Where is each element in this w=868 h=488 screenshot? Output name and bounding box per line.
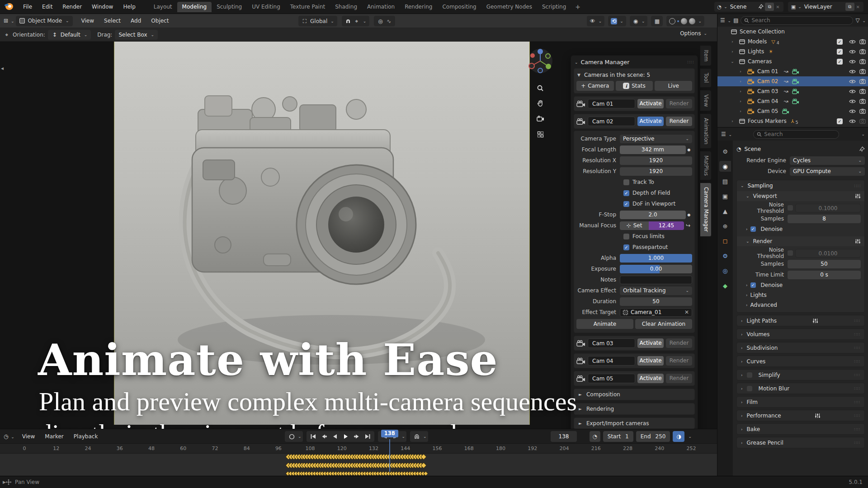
menu-item[interactable]: Render (57, 1, 87, 12)
hide-eye-icon[interactable] (849, 99, 856, 104)
render-denoise-checkbox[interactable]: ✓ (750, 282, 756, 288)
expand-icon[interactable]: › (746, 227, 748, 231)
render-samples-field[interactable]: 50 (788, 260, 861, 268)
display-mode-icon[interactable]: ▤ (733, 17, 738, 23)
collapsed-section[interactable]: › Light Paths ∷∷ (736, 315, 865, 326)
chevron-down-icon[interactable]: ⌄ (402, 434, 406, 439)
disable-render-icon[interactable] (859, 108, 866, 114)
clear-target-icon[interactable]: ✕ (684, 309, 689, 315)
viewlayer-selector[interactable]: ▣⌄ ViewLayer ⧉ ✕ (788, 2, 863, 12)
render-button[interactable]: Render (666, 117, 692, 126)
section-checkbox[interactable] (747, 372, 752, 378)
exposure-slider[interactable]: 0.00 (620, 265, 692, 273)
live-button[interactable]: Live (655, 81, 692, 91)
collapsed-section[interactable]: › Grease Pencil ∷∷ (736, 437, 865, 448)
outliner-row[interactable]: › Cam 03 ↝ (717, 86, 868, 96)
collapsed-section[interactable]: › Subdivision ∷∷ (736, 342, 865, 353)
camera-effect-dropdown[interactable]: Orbital Tracking⌄ (620, 286, 692, 295)
track-to-checkbox[interactable] (623, 179, 629, 185)
effect-target-field[interactable]: Camera_01 ✕ (620, 308, 692, 317)
camera-name-field[interactable]: Cam 03 (588, 338, 635, 348)
pin-icon[interactable] (758, 4, 764, 9)
outliner-row[interactable]: › Cam 02 ↝ (717, 76, 868, 86)
stats-button[interactable]: iStats (616, 81, 653, 91)
workspace-tab[interactable]: Animation (362, 2, 400, 12)
workspace-tab[interactable]: Shading (330, 2, 362, 12)
proportional-edit-icon[interactable]: ◎ (377, 18, 383, 24)
activate-button[interactable]: Activate (637, 338, 664, 348)
navigation-gizmo[interactable] (527, 48, 553, 74)
workspace-tab[interactable]: Sculpting (212, 2, 247, 12)
outliner-item-label[interactable]: Cam 04 (757, 98, 778, 104)
activate-button[interactable]: Activate (637, 356, 664, 366)
viewport-subpanel-header[interactable]: ⌄Viewport (737, 191, 864, 201)
tool-icon[interactable]: ⚙ (719, 146, 731, 157)
lights-subsection[interactable]: Lights (750, 292, 767, 298)
toolbar-toggle-icon[interactable]: ◂ (1, 65, 4, 71)
play-button[interactable] (340, 432, 351, 441)
menu-item[interactable]: Select (99, 15, 126, 26)
depth-of-field-checkbox[interactable]: ✓ (623, 190, 629, 196)
outliner-row[interactable]: › Cam 01 ↝ (717, 66, 868, 76)
focus-distance-field[interactable]: 12.45 (649, 221, 684, 230)
add-workspace-button[interactable]: + (571, 3, 585, 10)
output-icon[interactable]: ▤ (719, 176, 731, 187)
pan-hand-icon[interactable] (533, 97, 547, 110)
viewport-canvas[interactable]: ◂ (0, 42, 717, 429)
chevron-down-icon[interactable]: ⌄ (688, 434, 692, 439)
pin-icon[interactable] (859, 146, 865, 152)
playhead-line[interactable] (389, 439, 390, 472)
scene-icon[interactable]: ▲ (719, 206, 731, 216)
sampling-header[interactable]: ⌄Sampling ∷∷ (737, 180, 864, 191)
sidebar-tab[interactable]: MatPlus (700, 151, 712, 180)
set-focus-button[interactable]: ⊹Set (620, 221, 649, 230)
keying-view-toggle[interactable]: ◑ (673, 431, 684, 442)
outliner-item-label[interactable]: Cam 02 (757, 78, 778, 84)
playhead-frame-label[interactable]: 138 (381, 430, 398, 437)
end-frame-field[interactable]: End 250 (636, 431, 670, 442)
animate-dot-icon[interactable]: ● (686, 213, 692, 217)
chevron-down-icon[interactable]: ⌄ (298, 434, 302, 439)
camera-view-icon[interactable] (533, 112, 547, 126)
outliner-row[interactable]: Scene Collection (717, 27, 868, 37)
outliner-search-input[interactable]: Search (741, 16, 853, 25)
object-icon[interactable]: ◻ (719, 235, 731, 246)
expand-icon[interactable]: › (746, 303, 748, 307)
workspace-tab[interactable]: Compositing (437, 2, 481, 12)
activate-button[interactable]: Activate (637, 117, 664, 126)
outliner-row[interactable]: › Lights ☀ ✓ (717, 47, 868, 56)
add-camera-button[interactable]: +Camera (576, 81, 614, 91)
disable-render-icon[interactable] (859, 79, 866, 84)
visibility-dropdown[interactable]: 👁⌄ (587, 16, 605, 26)
jump-to-start-button[interactable] (308, 432, 319, 441)
wireframe-shading-icon[interactable] (669, 18, 675, 24)
expand-icon[interactable]: › (737, 79, 744, 84)
close-icon[interactable]: ✕ (856, 5, 860, 9)
render-button[interactable]: Render (666, 356, 692, 366)
resolution-x-field[interactable]: 1920 (620, 156, 692, 165)
current-frame-field[interactable]: 138 (551, 431, 577, 442)
collapsed-section[interactable]: › Curves ∷∷ (736, 356, 865, 367)
options-dropdown[interactable]: Options ⌄ (680, 30, 707, 37)
zoom-icon[interactable] (533, 81, 547, 95)
sidebar-tab[interactable]: Camera Manager (700, 183, 712, 236)
sidebar-tab[interactable]: Animation (700, 113, 712, 149)
view-layer-icon[interactable]: ▣ (719, 191, 731, 202)
hide-eye-icon[interactable] (849, 49, 856, 54)
new-viewlayer-button[interactable]: ⧉ (845, 3, 854, 11)
advanced-subsection[interactable]: Advanced (750, 302, 777, 308)
collapsed-section[interactable]: ► Composition (574, 389, 695, 400)
expand-icon[interactable]: › (737, 109, 744, 113)
expand-icon[interactable]: ⌄ (729, 59, 736, 64)
viewport-noise-threshold-field[interactable]: 0.1000 (795, 204, 861, 212)
drag-setting-dropdown[interactable]: Select Box ⌄ (115, 30, 158, 40)
outliner-row[interactable]: › Focus Markers ⅄ 5 ✓ (717, 116, 868, 126)
menu-item[interactable]: Window (87, 1, 118, 12)
expand-icon[interactable]: › (737, 69, 744, 74)
render-button[interactable]: Render (666, 374, 692, 383)
expand-icon[interactable]: › (729, 119, 736, 123)
menu-item[interactable]: Edit (37, 1, 57, 12)
sidebar-tab[interactable]: View (700, 90, 712, 111)
presets-icon[interactable] (812, 318, 818, 324)
viewport-noise-threshold-checkbox[interactable] (788, 205, 793, 211)
